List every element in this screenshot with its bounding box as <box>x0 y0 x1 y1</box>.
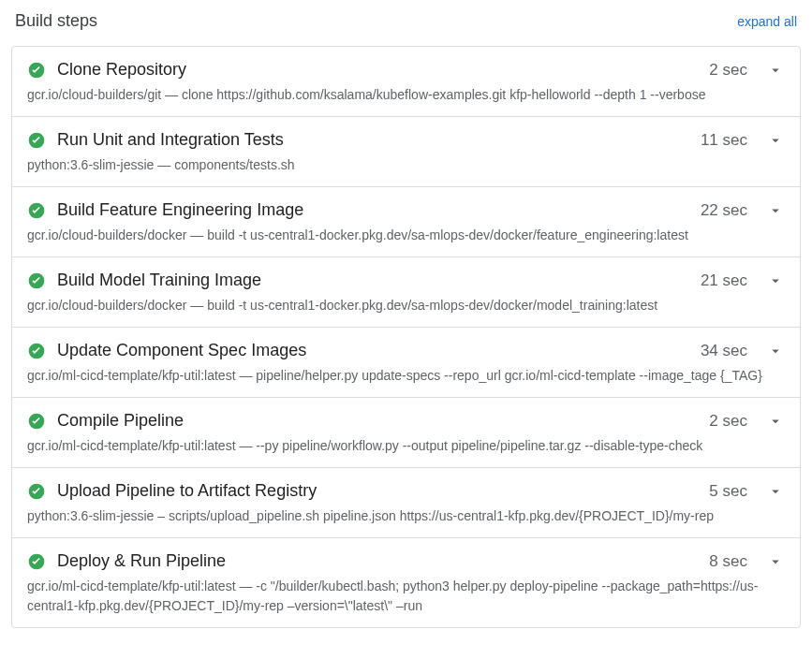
step-command: gcr.io/cloud-builders/docker — build -t … <box>27 296 785 315</box>
build-step-row[interactable]: Compile Pipeline 2 sec gcr.io/ml-cicd-te… <box>12 398 800 468</box>
step-duration: 22 sec <box>701 201 747 220</box>
step-command: gcr.io/ml-cicd-template/kfp-util:latest … <box>27 577 785 616</box>
chevron-down-icon <box>766 271 785 290</box>
page-title: Build steps <box>15 11 97 31</box>
build-step-row[interactable]: Run Unit and Integration Tests 11 sec py… <box>12 117 800 187</box>
build-step-row[interactable]: Clone Repository 2 sec gcr.io/cloud-buil… <box>12 47 800 117</box>
step-title: Deploy & Run Pipeline <box>57 551 698 571</box>
step-duration: 2 sec <box>709 61 747 80</box>
step-command: gcr.io/cloud-builders/git — clone https:… <box>27 85 785 105</box>
chevron-down-icon <box>766 131 785 150</box>
step-duration: 8 sec <box>709 552 747 571</box>
step-duration: 11 sec <box>701 131 747 150</box>
build-step-row[interactable]: Build Feature Engineering Image 22 sec g… <box>12 187 800 257</box>
step-command: python:3.6-slim-jessie – scripts/upload_… <box>27 506 785 526</box>
step-title: Build Feature Engineering Image <box>57 200 689 220</box>
success-icon <box>27 201 46 220</box>
build-step-row[interactable]: Update Component Spec Images 34 sec gcr.… <box>12 328 800 398</box>
step-duration: 21 sec <box>701 271 747 290</box>
success-icon <box>27 271 46 290</box>
step-command: gcr.io/cloud-builders/docker — build -t … <box>27 226 785 245</box>
success-icon <box>27 61 46 80</box>
success-icon <box>27 412 46 431</box>
chevron-down-icon <box>766 61 785 80</box>
step-command: gcr.io/ml-cicd-template/kfp-util:latest … <box>27 366 785 386</box>
build-step-row[interactable]: Build Model Training Image 21 sec gcr.io… <box>12 257 800 328</box>
chevron-down-icon <box>766 552 785 571</box>
expand-all-link[interactable]: expand all <box>737 14 797 29</box>
success-icon <box>27 482 46 501</box>
build-steps-header: Build steps expand all <box>11 11 801 31</box>
build-step-row[interactable]: Deploy & Run Pipeline 8 sec gcr.io/ml-ci… <box>12 538 800 627</box>
chevron-down-icon <box>766 482 785 501</box>
step-title: Update Component Spec Images <box>57 341 689 360</box>
step-title: Run Unit and Integration Tests <box>57 130 689 150</box>
chevron-down-icon <box>766 342 785 360</box>
success-icon <box>27 342 46 360</box>
step-title: Build Model Training Image <box>57 271 689 290</box>
step-title: Compile Pipeline <box>57 411 698 431</box>
step-duration: 5 sec <box>709 482 747 501</box>
build-steps-list: Clone Repository 2 sec gcr.io/cloud-buil… <box>11 46 801 628</box>
step-command: gcr.io/ml-cicd-template/kfp-util:latest … <box>27 436 785 456</box>
build-step-row[interactable]: Upload Pipeline to Artifact Registry 5 s… <box>12 468 800 538</box>
step-title: Upload Pipeline to Artifact Registry <box>57 481 698 501</box>
step-title: Clone Repository <box>57 60 698 80</box>
chevron-down-icon <box>766 412 785 431</box>
step-command: python:3.6-slim-jessie — components/test… <box>27 155 785 175</box>
success-icon <box>27 552 46 571</box>
success-icon <box>27 131 46 150</box>
step-duration: 34 sec <box>701 342 747 360</box>
chevron-down-icon <box>766 201 785 220</box>
step-duration: 2 sec <box>709 412 747 431</box>
